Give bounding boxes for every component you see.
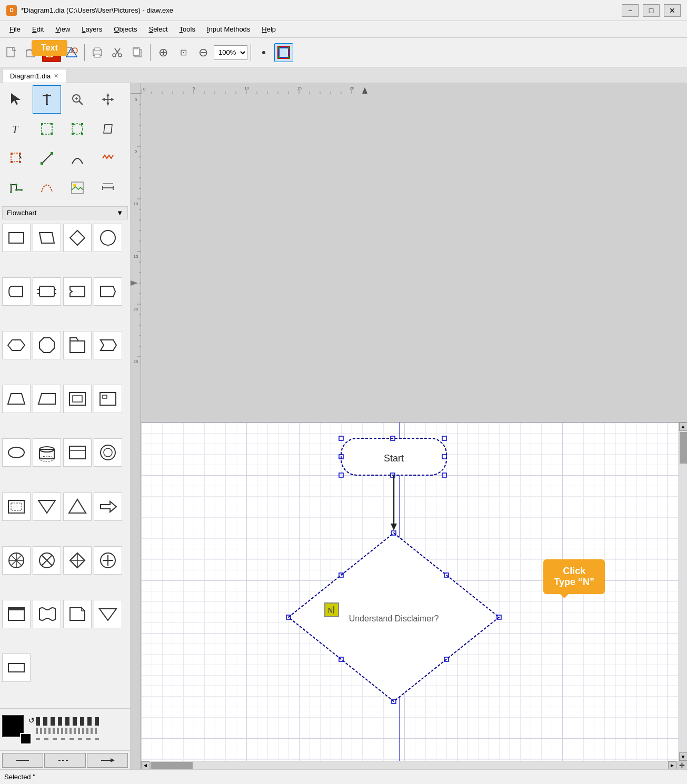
line-style-dashed2[interactable] (36, 736, 99, 742)
shape-plus-circle[interactable] (94, 546, 122, 575)
scrollbar-vertical[interactable]: ▲ ▼ (679, 423, 687, 761)
toolbar-cut[interactable] (108, 43, 127, 62)
tab-diagram1[interactable]: Diagram1.dia ✕ (2, 69, 66, 83)
shape-rect-notch[interactable] (63, 277, 92, 306)
tool-selection-box[interactable] (33, 115, 61, 143)
menu-layers[interactable]: Layers (76, 23, 107, 35)
shape-trapezoid[interactable] (2, 385, 31, 413)
tool-polyline[interactable] (2, 174, 31, 202)
tool-zoom[interactable] (63, 85, 92, 114)
line-style-dashed[interactable] (36, 728, 99, 734)
tool-image[interactable] (63, 174, 92, 202)
stroke-color-swatch[interactable] (20, 733, 32, 745)
toolbar-snap[interactable] (254, 43, 273, 62)
toolbar-open[interactable] (22, 43, 41, 62)
toolbar-print-preview[interactable] (88, 43, 107, 62)
shape-chevron-right[interactable] (94, 331, 122, 359)
menu-input-methods[interactable]: Input Methods (202, 23, 255, 35)
shape-grid (0, 222, 130, 708)
toolbar-grid[interactable] (274, 43, 293, 62)
tool-selection-round[interactable] (63, 115, 92, 143)
shape-triangle-d[interactable] (33, 492, 61, 521)
menu-edit[interactable]: Edit (27, 23, 49, 35)
shape-pentagon-right[interactable] (94, 277, 122, 306)
toolbar-recent[interactable] (42, 43, 61, 62)
menu-view[interactable]: View (50, 23, 75, 35)
tool-measure[interactable] (94, 174, 122, 202)
tool-select-arrow[interactable] (2, 85, 31, 114)
menu-help[interactable]: Help (256, 23, 281, 35)
tool-arc[interactable] (63, 144, 92, 173)
shape-rect-w-line[interactable] (63, 438, 92, 467)
shape-rect-b[interactable] (2, 600, 31, 628)
arrow-style-1[interactable] (2, 753, 43, 768)
shape-rect-fold[interactable] (63, 600, 92, 628)
canvas-scroll[interactable]: Start (141, 423, 687, 761)
toolbar-paste[interactable] (128, 43, 147, 62)
tab-close[interactable]: ✕ (54, 73, 58, 79)
minimize-button[interactable]: − (622, 4, 639, 17)
shape-cross-circle[interactable] (2, 546, 31, 575)
ruler-horizontal: 0 5 10 (141, 83, 687, 423)
scroll-down-button[interactable]: ▼ (679, 752, 688, 761)
close-button[interactable]: ✕ (664, 4, 681, 17)
shape-octagon[interactable] (33, 331, 61, 359)
shape-rect-single[interactable] (2, 654, 31, 682)
shape-diamond[interactable] (63, 224, 92, 252)
shape-arrow-right[interactable] (94, 492, 122, 521)
tool-skew[interactable] (94, 115, 122, 143)
shape-rect-rounded-l[interactable] (2, 277, 31, 306)
shape-rect-side[interactable] (33, 277, 61, 306)
shape-rect-small[interactable] (94, 385, 122, 413)
shape-triangle[interactable] (63, 492, 92, 521)
toolbar-zoom-out[interactable]: ⊖ (194, 43, 213, 62)
shape-category-dropdown[interactable]: Flowchart ▼ (2, 206, 128, 219)
svg-marker-32 (106, 93, 109, 96)
shape-rect-inner[interactable] (63, 385, 92, 413)
scroll-thumb-h[interactable] (151, 762, 193, 769)
tool-curve[interactable] (33, 174, 61, 202)
menu-objects[interactable]: Objects (108, 23, 142, 35)
shape-triangle-inv[interactable] (94, 600, 122, 628)
scroll-thumb-v[interactable] (680, 432, 687, 464)
shape-rect[interactable] (2, 224, 31, 252)
tool-text[interactable] (33, 85, 61, 114)
shape-parallelogram[interactable] (33, 224, 61, 252)
shape-diamond-4[interactable] (63, 546, 92, 575)
toolbar-shapes[interactable] (62, 43, 81, 62)
scroll-left-button[interactable]: ◄ (141, 761, 150, 770)
menu-tools[interactable]: Tools (174, 23, 201, 35)
shape-wavy-rect[interactable] (33, 600, 61, 628)
scroll-corner-btn[interactable]: ✛ (676, 761, 687, 770)
shape-circle-2[interactable] (94, 438, 122, 467)
title-bar-controls[interactable]: − □ ✕ (622, 4, 681, 17)
tool-text-insert[interactable]: T (2, 115, 31, 143)
shape-trapezoid-r[interactable] (33, 385, 61, 413)
scroll-up-button[interactable]: ▲ (679, 423, 688, 431)
tool-zigzag[interactable] (94, 144, 122, 173)
tool-move[interactable] (94, 85, 122, 114)
tool-line[interactable] (33, 144, 61, 173)
shape-hexagon[interactable] (2, 331, 31, 359)
menu-select[interactable]: Select (143, 23, 173, 35)
toolbar-zoom-in[interactable]: ⊕ (154, 43, 173, 62)
toolbar-zoom-page[interactable]: ⊡ (174, 43, 193, 62)
shape-x-circle[interactable] (33, 546, 61, 575)
arrow-style-3[interactable] (87, 753, 128, 768)
maximize-button[interactable]: □ (643, 4, 660, 17)
zoom-select[interactable]: 100% 50% 75% 125% 150% 200% (214, 45, 247, 60)
line-style-solid[interactable] (36, 717, 99, 726)
shape-ellipse-h[interactable] (2, 438, 31, 467)
tool-rotate[interactable] (2, 144, 31, 173)
toolbar-new[interactable] (2, 43, 21, 62)
swap-colors-icon[interactable]: ↺ (28, 716, 35, 725)
shape-circle[interactable] (94, 224, 122, 252)
shape-rect-dashed[interactable] (2, 492, 31, 521)
arrow-style-2[interactable] (44, 753, 85, 768)
shape-rect-tab[interactable] (63, 331, 92, 359)
svg-text:5: 5 (193, 86, 195, 91)
scroll-right-button[interactable]: ► (668, 761, 676, 770)
menu-file[interactable]: File (4, 23, 26, 35)
shape-cylinder[interactable] (33, 438, 61, 467)
scrollbar-horizontal[interactable]: ◄ ► ✛ (141, 761, 687, 769)
